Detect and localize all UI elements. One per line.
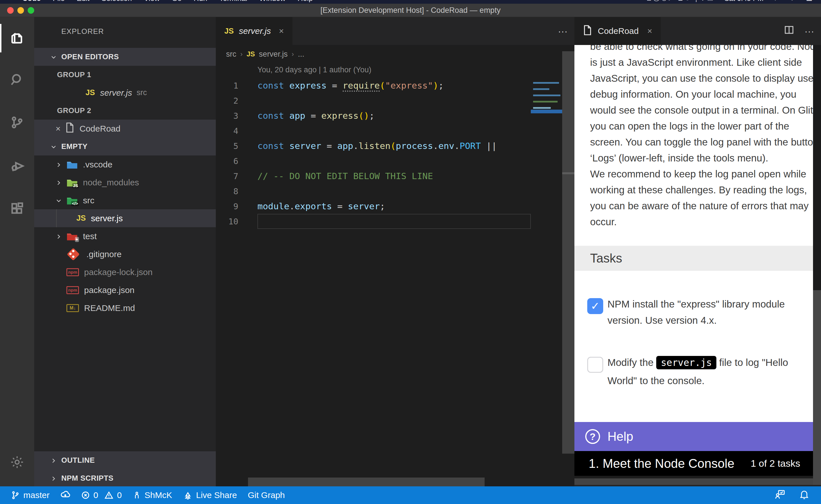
code-text: const express = require("express"); bbox=[258, 78, 531, 93]
code-text: const app = express(); bbox=[258, 108, 531, 123]
tab-coderoad[interactable]: CodeRoad × bbox=[574, 17, 661, 45]
webview-scrollbar-track[interactable] bbox=[813, 45, 821, 290]
menu-item-code[interactable]: Code bbox=[22, 0, 41, 3]
tab-server-js[interactable]: JS server.js × bbox=[216, 17, 293, 45]
help-bar[interactable]: ? Help bbox=[574, 422, 813, 451]
menu-item-file[interactable]: File bbox=[53, 0, 65, 3]
markdown-icon: M↓ bbox=[66, 304, 79, 312]
line-number: 1 bbox=[216, 81, 238, 91]
npm-icon: npm bbox=[66, 268, 79, 276]
tasks-section-header: Tasks bbox=[574, 246, 813, 271]
code-line-7[interactable]: 7// -- DO NOT EDIT BELOW THIS LINE bbox=[216, 169, 531, 184]
feedback-icon[interactable] bbox=[774, 489, 786, 502]
code-line-3[interactable]: 3const app = express(); bbox=[216, 108, 531, 123]
line-number: 5 bbox=[216, 141, 238, 151]
breadcrumb-src[interactable]: src bbox=[226, 50, 236, 59]
code-line-9[interactable]: 9module.exports = server; bbox=[216, 199, 531, 214]
notification-center-icon[interactable]: ☰ bbox=[806, 0, 812, 3]
menu-item-go[interactable]: Go bbox=[172, 0, 182, 3]
sync-status[interactable] bbox=[60, 490, 70, 500]
explorer-icon[interactable] bbox=[0, 23, 34, 54]
titlebar: [Extension Development Host] - CodeRoad … bbox=[0, 4, 821, 17]
task1-checkbox[interactable]: ✓ bbox=[587, 298, 603, 314]
extensions-icon[interactable] bbox=[0, 193, 34, 224]
split-editor-icon[interactable] bbox=[784, 25, 794, 37]
code-line-2[interactable]: 2 bbox=[216, 93, 531, 108]
menu-item-help[interactable]: Help bbox=[298, 0, 313, 3]
tree-item-test-folder[interactable]: ⌖ test bbox=[34, 227, 216, 245]
code-line-1[interactable]: 1const express = require("express"); bbox=[216, 78, 531, 93]
menu-item-run[interactable]: Run bbox=[193, 0, 207, 3]
outline-section-header[interactable]: OUTLINE bbox=[34, 451, 216, 469]
liveshare-account-status[interactable]: ShMcK bbox=[132, 490, 172, 500]
help-icon: ? bbox=[585, 429, 600, 444]
line-number: 3 bbox=[216, 111, 238, 121]
breadcrumb-symbol[interactable]: ... bbox=[298, 50, 305, 59]
settings-gear-icon[interactable] bbox=[0, 449, 34, 475]
menubar-status-icons[interactable]: ⧉ ◯ ⊘ ➤ ▲ ✐ ⚲ ❖ ▭ bbox=[646, 0, 713, 3]
git-branch-status[interactable]: master bbox=[11, 490, 50, 500]
paragraph-line: would see the console output in a termin… bbox=[590, 102, 801, 118]
close-editor-icon[interactable]: × bbox=[56, 124, 65, 134]
close-tab-icon[interactable]: × bbox=[279, 26, 284, 36]
vertical-scrollbar[interactable] bbox=[562, 51, 574, 454]
tree-item-server-js[interactable]: JS server.js bbox=[34, 209, 216, 227]
menu-item-edit[interactable]: Edit bbox=[77, 0, 89, 3]
tree-item-vscode-folder[interactable]: .vscode bbox=[34, 155, 216, 173]
open-editors-header[interactable]: OPEN EDITORS bbox=[34, 48, 216, 66]
control-center-icon[interactable]: ◐ bbox=[790, 0, 795, 3]
tree-item-src-folder[interactable]: </> src bbox=[34, 191, 216, 209]
code-editor[interactable]: You, 20 days ago | 1 author (You) 1const… bbox=[216, 63, 574, 486]
git-icon bbox=[67, 248, 79, 261]
git-blame-annotation[interactable]: You, 20 days ago | 1 author (You) bbox=[258, 65, 371, 74]
code-line-4[interactable]: 4 bbox=[216, 123, 531, 138]
tree-item-gitignore[interactable]: .gitignore bbox=[34, 245, 216, 263]
paragraph-line: you can be aware of the nature of errors… bbox=[590, 198, 801, 214]
task2-checkbox[interactable] bbox=[587, 357, 603, 373]
source-control-icon[interactable] bbox=[0, 107, 34, 138]
menu-item-window[interactable]: Window bbox=[259, 0, 285, 3]
code-chip-server-js: server.js bbox=[656, 356, 716, 369]
tree-item-package-json[interactable]: npm package.json bbox=[34, 281, 216, 299]
webview-scrollbar-thumb[interactable] bbox=[813, 290, 821, 485]
lesson-title-bar: 1. Meet the Node Console 1 of 2 tasks bbox=[574, 451, 813, 476]
tree-item-node-modules-folder[interactable]: JS node_modules bbox=[34, 173, 216, 191]
tab-bar: CodeRoad × ··· bbox=[574, 17, 821, 45]
tree-item-readme[interactable]: M↓ README.md bbox=[34, 299, 216, 317]
npm-scripts-section-header[interactable]: NPM SCRIPTS bbox=[34, 469, 216, 487]
notifications-bell-icon[interactable] bbox=[799, 489, 810, 502]
menu-item-terminal[interactable]: Terminal bbox=[219, 0, 247, 3]
spotlight-icon[interactable]: ⌕ bbox=[775, 0, 779, 3]
code-line-8[interactable]: 8 bbox=[216, 184, 531, 199]
workspace-section-empty[interactable]: EMPTY bbox=[34, 138, 216, 155]
open-editor-serverjs[interactable]: JS server.js src bbox=[34, 84, 216, 102]
js-file-icon: JS bbox=[85, 88, 95, 97]
minimap[interactable] bbox=[531, 63, 562, 486]
code-line-5[interactable]: 5const server = app.listen(process.env.P… bbox=[216, 138, 531, 153]
code-line-10[interactable]: 10 bbox=[216, 214, 531, 229]
menubar-clock[interactable]: Sat 6:45 PM bbox=[724, 0, 764, 3]
js-file-icon: JS bbox=[225, 27, 234, 36]
code-line-6[interactable]: 6 bbox=[216, 153, 531, 169]
paragraph-line: JavaScript, you can use the console to d… bbox=[590, 70, 801, 86]
open-editor-coderoad[interactable]: × CodeRoad bbox=[34, 120, 216, 138]
webview-file-icon bbox=[65, 122, 74, 135]
code-text bbox=[258, 214, 531, 229]
breadcrumb-server-js[interactable]: server.js bbox=[259, 50, 288, 59]
close-tab-icon[interactable]: × bbox=[647, 26, 652, 36]
git-graph-status[interactable]: Git Graph bbox=[248, 490, 285, 500]
run-debug-icon[interactable] bbox=[0, 150, 34, 182]
liveshare-status[interactable]: Live Share bbox=[183, 490, 237, 500]
editor-group-1: JS server.js × ··· src › JS server.js › … bbox=[216, 17, 574, 486]
editor-more-actions-icon[interactable]: ··· bbox=[558, 26, 567, 37]
menu-item-view[interactable]: View bbox=[144, 0, 160, 3]
editor-more-actions-icon[interactable]: ··· bbox=[804, 26, 814, 37]
horizontal-scrollbar[interactable] bbox=[248, 478, 485, 486]
src-folder-icon: </> bbox=[66, 196, 78, 205]
menu-item-selection[interactable]: Selection bbox=[101, 0, 132, 3]
problems-status[interactable]: 0 0 bbox=[81, 490, 122, 500]
tree-item-package-lock[interactable]: npm package-lock.json bbox=[34, 263, 216, 281]
search-icon[interactable] bbox=[0, 64, 34, 95]
scrollbar-marker bbox=[562, 172, 574, 174]
minimap-line bbox=[533, 88, 549, 90]
